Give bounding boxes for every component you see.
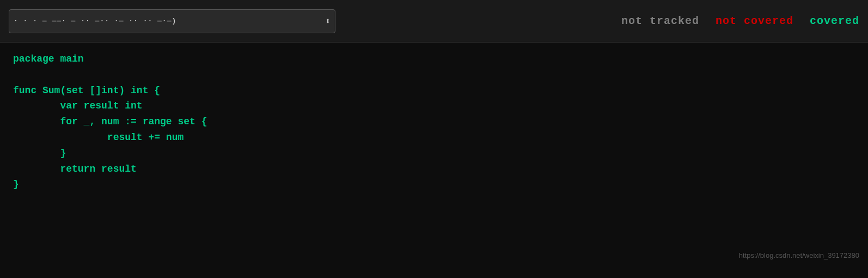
file-selector[interactable]: · · · — ——· — ·· —·· ·— ·· ·· —·—) ⬍ <box>9 9 335 33</box>
code-line-9: } <box>13 177 855 192</box>
code-line-7: } <box>13 146 855 161</box>
code-line-6: result += num <box>13 130 855 146</box>
code-area: package main func Sum(set []int) int { v… <box>0 43 868 265</box>
code-line-5: for _, num := range set { <box>13 114 855 130</box>
code-line-4: var result int <box>13 98 855 114</box>
toolbar: · · · — ——· — ·· —·· ·— ·· ·· —·—) ⬍ not… <box>0 0 868 43</box>
watermark: https://blog.csdn.net/weixin_39172380 <box>739 251 859 259</box>
code-line-8: return result <box>13 161 855 177</box>
legend-covered: covered <box>810 15 859 27</box>
file-selector-text: · · · — ——· — ·· —·· ·— ·· ·· —·—) <box>14 17 322 25</box>
code-line-3: func Sum(set []int) int { <box>13 83 855 99</box>
coverage-legend: not tracked not covered covered <box>621 15 859 27</box>
dropdown-arrow-icon: ⬍ <box>325 16 331 27</box>
code-line-1: package main <box>13 51 855 67</box>
legend-not-covered: not covered <box>716 15 793 27</box>
code-line-2 <box>13 67 855 83</box>
legend-not-tracked: not tracked <box>621 15 699 27</box>
